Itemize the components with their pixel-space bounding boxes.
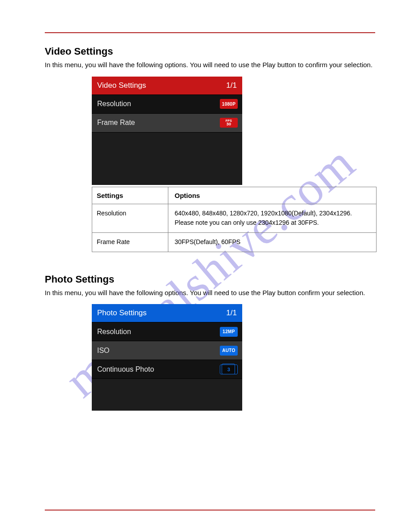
photo-menu-header-title: Photo Settings	[97, 309, 147, 317]
table-cell: Frame Rate	[92, 233, 168, 252]
photo-menu-page-indicator: 1/1	[226, 309, 237, 317]
photo-menu-screenshot: Photo Settings 1/1 Resolution 12MP ISO A…	[92, 304, 242, 411]
table-header-options: Options	[168, 187, 376, 204]
menu-row-label: Resolution	[97, 100, 131, 108]
resolution-badge-icon: 1080P	[220, 99, 238, 109]
photo-menu-row-iso[interactable]: ISO AUTO	[92, 341, 242, 360]
table-cell: 640x480, 848x480, 1280x720, 1920x1080(De…	[168, 204, 376, 232]
section-title-video: Video Settings	[45, 46, 375, 57]
video-menu-empty-area	[92, 132, 242, 185]
photo-menu-empty-area	[92, 378, 242, 411]
menu-row-label: ISO	[97, 347, 110, 355]
video-menu-row-framerate[interactable]: Frame Rate FPS 30	[92, 113, 242, 132]
table-header-settings: Settings	[92, 187, 168, 204]
video-menu-screenshot: Video Settings 1/1 Resolution 1080P Fram…	[92, 77, 242, 185]
continuous-badge-icon: 3	[220, 365, 238, 374]
menu-row-label: Frame Rate	[97, 119, 135, 127]
video-menu-header: Video Settings 1/1	[92, 77, 242, 94]
video-options-table: Settings Options Resolution 640x480, 848…	[92, 187, 377, 252]
section-intro-video: In this menu, you will have the followin…	[45, 60, 375, 70]
photo-settings-section: Photo Settings In this menu, you will ha…	[45, 274, 375, 411]
video-menu-page-indicator: 1/1	[226, 81, 237, 90]
fps-badge-bottom: 30	[227, 122, 231, 126]
table-cell: Resolution	[92, 204, 168, 232]
section-title-photo: Photo Settings	[45, 274, 375, 285]
table-cell: 30FPS(Default), 60FPS	[168, 233, 376, 252]
video-settings-section: Video Settings In this menu, you will ha…	[45, 46, 375, 252]
photo-menu-row-continuous[interactable]: Continuous Photo 3	[92, 360, 242, 378]
iso-badge-icon: AUTO	[220, 346, 238, 356]
video-menu-header-title: Video Settings	[97, 81, 146, 90]
photo-menu-row-resolution[interactable]: Resolution 12MP	[92, 322, 242, 341]
fps-badge-icon: FPS 30	[220, 118, 238, 128]
resolution-badge-icon: 12MP	[220, 327, 238, 337]
photo-menu-header: Photo Settings 1/1	[92, 304, 242, 322]
section-intro-photo: In this menu, you will have the followin…	[45, 288, 375, 298]
video-menu-row-resolution[interactable]: Resolution 1080P	[92, 94, 242, 113]
menu-row-label: Resolution	[97, 328, 131, 336]
menu-row-label: Continuous Photo	[97, 365, 154, 373]
